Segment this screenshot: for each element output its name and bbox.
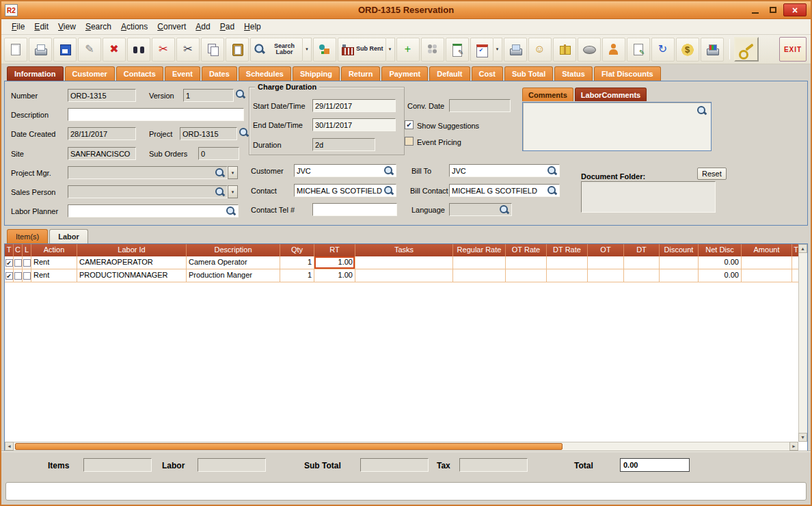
tab-customer[interactable]: Customer — [65, 66, 115, 81]
scroll-right-icon[interactable]: ► — [789, 442, 798, 451]
menu-search[interactable]: Search — [81, 20, 116, 34]
cell-qty[interactable]: 1 — [280, 269, 314, 282]
cell-discount[interactable] — [660, 256, 699, 269]
description-field[interactable] — [68, 108, 244, 121]
labor-planner-search-icon[interactable] — [226, 207, 236, 216]
tab-information[interactable]: Information — [7, 66, 64, 81]
project-mgr-search-icon[interactable] — [215, 168, 225, 178]
conv-date-field[interactable] — [449, 99, 511, 112]
ellipse-button[interactable] — [578, 38, 601, 62]
comments-textarea[interactable] — [522, 102, 712, 151]
column-header-regular_rate[interactable]: Regular Rate — [453, 244, 506, 256]
customer-search-icon[interactable] — [384, 166, 394, 176]
reset-button[interactable]: Reset — [697, 168, 727, 180]
tab-dates[interactable]: Dates — [202, 66, 237, 81]
cell-checkbox-t[interactable]: ✔ — [5, 269, 14, 282]
cell-rt[interactable]: 1.00 — [314, 269, 355, 282]
cell-amount[interactable] — [742, 269, 792, 282]
copy-button[interactable] — [201, 38, 224, 62]
bill-to-search-icon[interactable] — [547, 166, 557, 176]
column-header-net_disc[interactable]: Net Disc — [699, 244, 742, 256]
delete-button[interactable]: ✖ — [103, 38, 126, 62]
menu-pad[interactable]: Pad — [215, 20, 239, 34]
maximize-button[interactable] — [766, 3, 781, 16]
print-button[interactable] — [29, 38, 52, 62]
scroll-down-icon[interactable]: ▼ — [798, 433, 807, 442]
search-labor-button-dropdown[interactable]: ▼ — [303, 38, 312, 62]
cell-rt[interactable]: 1.00 — [314, 256, 355, 269]
save-button[interactable] — [53, 38, 77, 62]
group-button[interactable] — [421, 38, 444, 62]
comments-search-icon[interactable] — [697, 106, 707, 116]
tab-sub-total[interactable]: Sub Total — [504, 66, 553, 81]
column-header-amount[interactable]: Amount — [742, 244, 792, 256]
cell-ot_rate[interactable] — [506, 256, 547, 269]
cut-button[interactable]: ✂ — [176, 38, 200, 62]
menu-add[interactable]: Add — [191, 20, 215, 34]
site-field[interactable]: SANFRANCISCO — [68, 147, 136, 160]
cell-dt[interactable] — [624, 256, 660, 269]
menu-edit[interactable]: Edit — [29, 20, 53, 34]
tab-default[interactable]: Default — [429, 66, 470, 81]
sales-person-field[interactable] — [68, 185, 228, 198]
tab-payment[interactable]: Payment — [381, 66, 428, 81]
menu-convert[interactable]: Convert — [152, 20, 191, 34]
scrollbar-thumb[interactable] — [15, 443, 563, 450]
tab-cost[interactable]: Cost — [472, 66, 503, 81]
tab-labor[interactable]: Labor — [49, 229, 88, 243]
new-order-button[interactable] — [4, 38, 27, 62]
paste-button[interactable] — [226, 38, 249, 62]
cell-net_disc[interactable]: 0.00 — [699, 256, 742, 269]
menu-view[interactable]: View — [53, 20, 81, 34]
cell-description[interactable]: Production Manger — [187, 269, 280, 282]
cell-ot[interactable] — [588, 269, 624, 282]
cell-labor_id[interactable]: CAMERAOPERATOR — [77, 256, 187, 269]
checkbox[interactable] — [23, 259, 31, 267]
cell-checkbox-t[interactable]: ✔ — [5, 256, 14, 269]
tab-return[interactable]: Return — [341, 66, 380, 81]
duration-field[interactable]: 2d — [312, 138, 375, 151]
cell-dt[interactable] — [624, 269, 660, 282]
tab-item-s[interactable]: Item(s) — [7, 229, 48, 243]
contact-field[interactable]: MICHEAL G SCOTFIELD — [294, 184, 396, 197]
cell-dt_rate[interactable] — [547, 269, 588, 282]
cell-regular_rate[interactable] — [453, 256, 506, 269]
sub-orders-field[interactable]: 0 — [198, 147, 239, 160]
cell-amount[interactable] — [742, 256, 792, 269]
column-header-tasks[interactable]: Tasks — [355, 244, 453, 256]
tab-shipping[interactable]: Shipping — [293, 66, 340, 81]
cell-ot_rate[interactable] — [506, 269, 547, 282]
color-print-button[interactable] — [701, 38, 724, 62]
column-header-description[interactable]: Description — [187, 244, 280, 256]
column-header-c[interactable]: C — [14, 244, 23, 256]
cell-ot[interactable] — [588, 256, 624, 269]
cell-checkbox-l[interactable] — [23, 269, 31, 282]
cell-regular_rate[interactable] — [453, 269, 506, 282]
column-header-dt[interactable]: DT — [624, 244, 660, 256]
language-field[interactable] — [449, 203, 512, 216]
menu-actions[interactable]: Actions — [116, 20, 152, 34]
column-header-ot_rate[interactable]: OT Rate — [506, 244, 547, 256]
exit-button[interactable]: EXIT — [779, 37, 807, 62]
number-field[interactable]: ORD-1315 — [68, 89, 136, 102]
edit-button[interactable]: ✎ — [78, 38, 101, 62]
checkbox[interactable] — [14, 259, 22, 267]
scroll-left-icon[interactable]: ◄ — [5, 442, 14, 451]
notepad-button[interactable] — [446, 38, 469, 62]
scroll-up-icon[interactable]: ▲ — [798, 244, 807, 253]
search-labor-button[interactable]: Search Labor — [250, 38, 303, 62]
bill-to-field[interactable]: JVC — [449, 164, 560, 177]
cut-special-button[interactable]: ✂ — [152, 38, 175, 62]
find-button[interactable] — [127, 38, 150, 62]
close-button[interactable]: × — [783, 3, 807, 16]
calendar-button-dropdown[interactable]: ▼ — [493, 38, 502, 62]
contact-tel-field[interactable] — [312, 203, 397, 216]
cell-dt_rate[interactable] — [547, 256, 588, 269]
date-created-field[interactable]: 28/11/2017 — [68, 127, 136, 140]
menu-file[interactable]: File — [7, 20, 29, 34]
column-header-t[interactable]: T — [5, 244, 14, 256]
column-header-discount[interactable]: Discount — [660, 244, 699, 256]
vertical-scrollbar[interactable]: ▲ ▼ — [798, 244, 807, 442]
cell-checkbox-l[interactable] — [23, 256, 31, 269]
cell-discount[interactable] — [660, 269, 699, 282]
